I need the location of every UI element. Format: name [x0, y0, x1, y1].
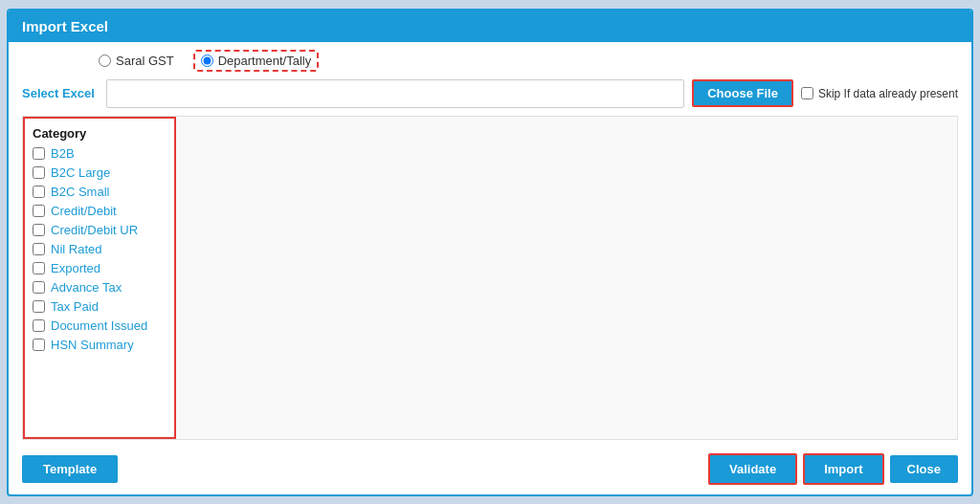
credit-debit-ur-label: Credit/Debit UR: [51, 223, 138, 237]
b2b-label: B2B: [51, 146, 75, 161]
footer-right: Validate Import Close: [708, 453, 958, 485]
radio-row: Saral GST Department/Tally: [22, 50, 958, 72]
select-excel-label: Select Excel: [22, 86, 99, 100]
saral-gst-radio-label[interactable]: Saral GST: [99, 54, 174, 68]
category-item-nil-rated[interactable]: Nil Rated: [33, 242, 167, 256]
b2c-large-label: B2C Large: [51, 165, 110, 180]
category-item-advance-tax[interactable]: Advance Tax: [33, 280, 167, 295]
choose-file-button[interactable]: Choose File: [692, 79, 793, 107]
credit-debit-label: Credit/Debit: [51, 204, 117, 218]
dept-tally-label: Department/Tally: [218, 54, 312, 68]
hsn-summary-label: HSN Summary: [51, 338, 134, 352]
category-item-b2c-small[interactable]: B2C Small: [33, 185, 167, 199]
category-title: Category: [33, 126, 167, 141]
close-button[interactable]: Close: [890, 455, 958, 483]
nil-rated-label: Nil Rated: [51, 242, 101, 256]
import-button[interactable]: Import: [803, 453, 883, 485]
dialog-title-bar: Import Excel: [9, 11, 971, 42]
document-issued-checkbox[interactable]: [33, 319, 45, 332]
b2c-small-label: B2C Small: [51, 185, 109, 199]
tax-paid-label: Tax Paid: [51, 299, 99, 314]
dialog-body: Saral GST Department/Tally Select Excel …: [9, 42, 971, 494]
nil-rated-checkbox[interactable]: [33, 243, 45, 255]
dept-tally-radio-label[interactable]: Department/Tally: [193, 50, 320, 72]
tax-paid-checkbox[interactable]: [33, 300, 45, 313]
file-input-box: [106, 79, 684, 108]
category-item-exported[interactable]: Exported: [33, 261, 167, 275]
skip-checkbox[interactable]: [801, 87, 813, 99]
b2c-small-checkbox[interactable]: [33, 186, 45, 198]
b2c-large-checkbox[interactable]: [33, 166, 45, 179]
document-issued-label: Document Issued: [51, 318, 147, 333]
content-panel: [176, 117, 957, 439]
dept-tally-radio[interactable]: [201, 55, 213, 67]
dialog-title: Import Excel: [22, 18, 108, 34]
footer: Template Validate Import Close: [22, 446, 958, 485]
credit-debit-ur-checkbox[interactable]: [33, 224, 45, 236]
b2b-checkbox[interactable]: [33, 147, 45, 160]
validate-button[interactable]: Validate: [708, 453, 797, 485]
category-item-b2b[interactable]: B2B: [33, 146, 167, 161]
credit-debit-checkbox[interactable]: [33, 205, 45, 217]
file-row: Select Excel Choose File Skip If data al…: [22, 79, 958, 108]
exported-label: Exported: [51, 261, 100, 275]
category-item-document-issued[interactable]: Document Issued: [33, 318, 167, 333]
saral-gst-label: Saral GST: [116, 54, 174, 68]
category-item-tax-paid[interactable]: Tax Paid: [33, 299, 167, 314]
skip-label[interactable]: Skip If data already present: [801, 87, 958, 100]
template-button[interactable]: Template: [22, 455, 118, 483]
import-excel-dialog: Import Excel Saral GST Department/Tally …: [7, 9, 973, 496]
category-panel: Category B2B B2C Large B2C Small Credit/…: [23, 117, 176, 439]
advance-tax-label: Advance Tax: [51, 280, 122, 295]
category-item-credit-debit-ur[interactable]: Credit/Debit UR: [33, 223, 167, 237]
hsn-summary-checkbox[interactable]: [33, 339, 45, 351]
category-item-b2c-large[interactable]: B2C Large: [33, 165, 167, 180]
category-item-hsn-summary[interactable]: HSN Summary: [33, 338, 167, 352]
main-area: Category B2B B2C Large B2C Small Credit/…: [22, 116, 958, 440]
category-item-credit-debit[interactable]: Credit/Debit: [33, 204, 167, 218]
exported-checkbox[interactable]: [33, 262, 45, 274]
advance-tax-checkbox[interactable]: [33, 281, 45, 294]
saral-gst-radio[interactable]: [99, 55, 111, 67]
